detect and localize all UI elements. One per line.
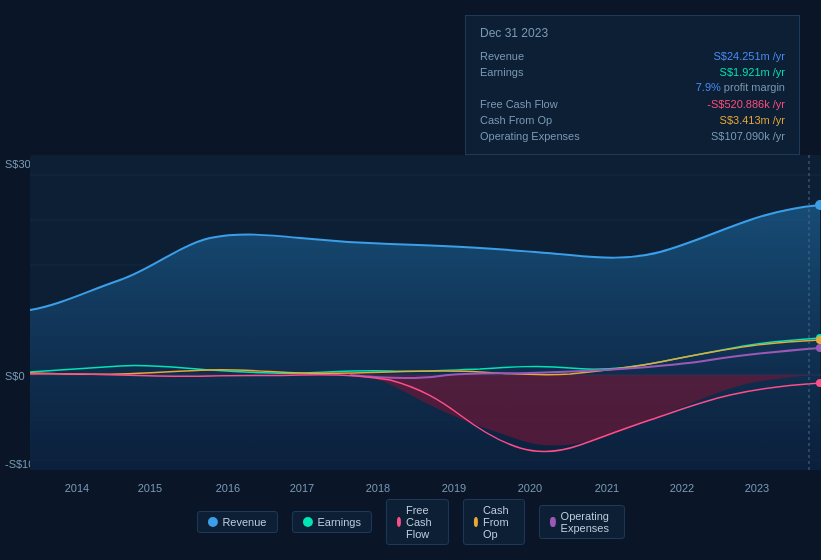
earnings-value: S$1.921m /yr — [720, 66, 785, 78]
svg-text:2022: 2022 — [670, 482, 694, 494]
opex-row: Operating Expenses S$107.090k /yr — [480, 128, 785, 144]
revenue-value: S$24.251m /yr — [713, 50, 785, 62]
legend-item-earnings[interactable]: Earnings — [291, 511, 371, 533]
legend-dot-opex — [550, 517, 555, 527]
opex-value: S$107.090k /yr — [711, 130, 785, 142]
legend-dot-revenue — [207, 517, 217, 527]
legend-item-fcf[interactable]: Free Cash Flow — [386, 499, 449, 545]
legend-item-opex[interactable]: Operating Expenses — [539, 505, 624, 539]
cashfromop-row: Cash From Op S$3.413m /yr — [480, 112, 785, 128]
legend-label-opex: Operating Expenses — [561, 510, 614, 534]
legend-item-revenue[interactable]: Revenue — [196, 511, 277, 533]
legend-item-cashfromop[interactable]: Cash From Op — [463, 499, 526, 545]
info-box: Dec 31 2023 Revenue S$24.251m /yr Earnin… — [465, 15, 800, 155]
svg-text:2015: 2015 — [138, 482, 162, 494]
earnings-row: Earnings S$1.921m /yr — [480, 64, 785, 80]
fcf-value: -S$520.886k /yr — [707, 98, 785, 110]
cashfromop-value: S$3.413m /yr — [720, 114, 785, 126]
revenue-label: Revenue — [480, 50, 590, 62]
legend-dot-earnings — [302, 517, 312, 527]
earnings-label: Earnings — [480, 66, 590, 78]
revenue-row: Revenue S$24.251m /yr — [480, 48, 785, 64]
svg-text:2023: 2023 — [745, 482, 769, 494]
svg-text:2021: 2021 — [595, 482, 619, 494]
fcf-row: Free Cash Flow -S$520.886k /yr — [480, 96, 785, 112]
legend-dot-cashfromop — [474, 517, 478, 527]
chart-legend: Revenue Earnings Free Cash Flow Cash Fro… — [196, 499, 624, 545]
svg-text:2019: 2019 — [442, 482, 466, 494]
svg-text:2016: 2016 — [216, 482, 240, 494]
profit-margin-text: 7.9% profit margin — [696, 81, 785, 93]
date-header: Dec 31 2023 — [480, 26, 785, 40]
legend-label-revenue: Revenue — [222, 516, 266, 528]
cashfromop-label: Cash From Op — [480, 114, 590, 126]
legend-label-fcf: Free Cash Flow — [406, 504, 438, 540]
profit-margin-row: 7.9% profit margin — [480, 80, 785, 96]
fcf-label: Free Cash Flow — [480, 98, 590, 110]
chart-container: Dec 31 2023 Revenue S$24.251m /yr Earnin… — [0, 0, 821, 560]
legend-label-earnings: Earnings — [317, 516, 360, 528]
svg-text:2018: 2018 — [366, 482, 390, 494]
legend-label-cashfromop: Cash From Op — [483, 504, 514, 540]
svg-text:2017: 2017 — [290, 482, 314, 494]
svg-text:2020: 2020 — [518, 482, 542, 494]
opex-label: Operating Expenses — [480, 130, 590, 142]
svg-text:2014: 2014 — [65, 482, 89, 494]
legend-dot-fcf — [397, 517, 401, 527]
